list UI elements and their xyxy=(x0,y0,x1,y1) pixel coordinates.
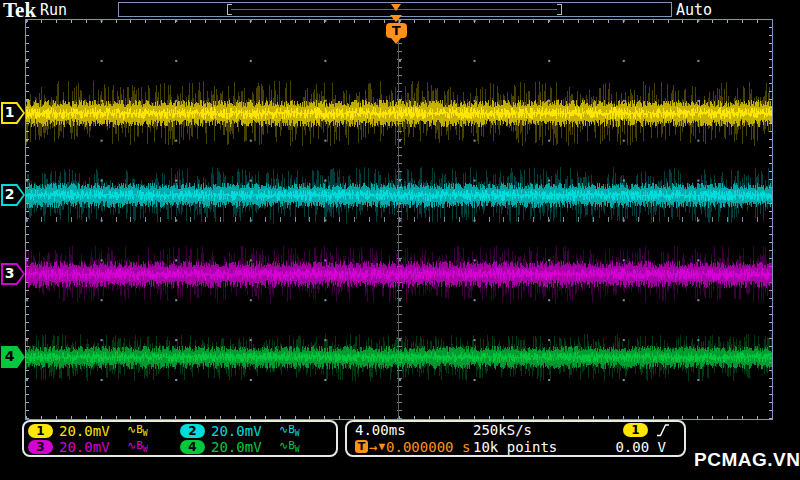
channel-3-scale: 20.0mV xyxy=(59,439,121,455)
ac-coupling-bandwidth-icon: ∿BW xyxy=(279,439,300,454)
record-window-right-bracket xyxy=(557,4,562,15)
channel-2-readout: 2 20.0mV ∿BW xyxy=(180,423,332,439)
channel-4-scale: 20.0mV xyxy=(211,439,273,455)
channel-2-badge: 2 xyxy=(180,424,205,438)
horizontal-scale: 4.00ms xyxy=(355,422,473,438)
channel-4-badge: 4 xyxy=(180,440,205,454)
ac-coupling-bandwidth-icon: ∿BW xyxy=(127,423,148,438)
trigger-delay-value: 0.000000 s xyxy=(386,439,470,455)
horizontal-trigger-readout-box: 4.00ms 250kS/s 1 T → ▼ 0.000000 s 10k po… xyxy=(345,420,686,457)
graticule xyxy=(25,19,773,420)
record-trigger-position-icon xyxy=(391,4,401,11)
channel-4-readout: 4 20.0mV ∿BW xyxy=(180,439,332,455)
trigger-level: 0.00 V xyxy=(591,439,676,455)
ac-coupling-bandwidth-icon: ∿BW xyxy=(127,439,148,454)
waveform-traces xyxy=(26,20,772,419)
oscilloscope-screen: Tek Run Auto T 1 2 3 4 1 20.0mV ∿BW 2 20… xyxy=(0,0,800,480)
channel-2-position-marker: 2 xyxy=(1,184,25,206)
acquisition-state: Run xyxy=(40,1,67,19)
trigger-source-readout: 1 xyxy=(591,422,676,438)
ac-coupling-bandwidth-icon: ∿BW xyxy=(279,423,300,438)
trigger-delay-t-icon: T xyxy=(355,440,368,453)
trigger-t-marker-icon: T xyxy=(386,23,407,38)
arrow-right-icon: → xyxy=(369,439,377,455)
channel-3-position-marker: 3 xyxy=(1,263,25,285)
channel-1-readout: 1 20.0mV ∿BW xyxy=(28,423,180,439)
rising-edge-icon xyxy=(656,422,670,438)
watermark: PCMAG.VN xyxy=(694,449,800,471)
channel-readout-box: 1 20.0mV ∿BW 2 20.0mV ∿BW 3 20.0mV ∿BW 4… xyxy=(22,420,338,457)
trigger-position-arrow-icon xyxy=(390,15,402,22)
channel-1-position-marker: 1 xyxy=(1,102,25,124)
channel-3-readout: 3 20.0mV ∿BW xyxy=(28,439,180,455)
channel-1-scale: 20.0mV xyxy=(59,423,121,439)
trigger-source-badge: 1 xyxy=(623,423,648,437)
marker-down-icon: ▼ xyxy=(378,440,385,453)
trigger-t-marker-tip xyxy=(391,38,401,44)
record-window-left-bracket xyxy=(227,4,232,15)
channel-4-position-marker: 4 xyxy=(1,346,25,368)
channel-1-badge: 1 xyxy=(28,424,53,438)
channel-2-scale: 20.0mV xyxy=(211,423,273,439)
record-length: 10k points xyxy=(473,439,591,455)
channel-3-badge: 3 xyxy=(28,440,53,454)
trigger-mode-label: Auto xyxy=(676,1,712,19)
trigger-delay-readout: T → ▼ 0.000000 s xyxy=(355,439,473,455)
sample-rate: 250kS/s xyxy=(473,422,591,438)
